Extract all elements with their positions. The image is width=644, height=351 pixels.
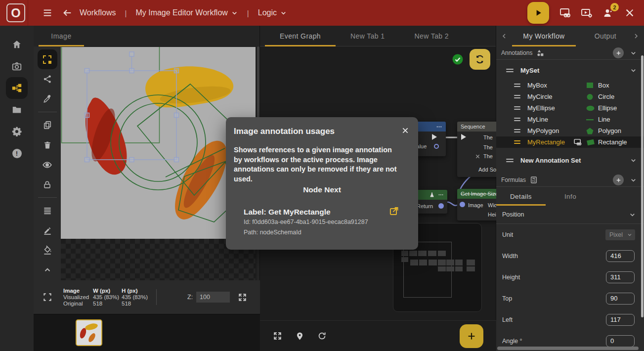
tabs-scroll-left[interactable] (496, 32, 512, 40)
collapse-set-icon[interactable] (630, 67, 637, 74)
tool-copy[interactable] (38, 115, 57, 135)
menu-button[interactable] (40, 5, 55, 20)
users-button[interactable]: 2 (602, 7, 614, 19)
process-runner-button[interactable] (581, 7, 593, 19)
dialog-close-button[interactable] (401, 127, 409, 134)
tool-annotate-pen[interactable] (38, 220, 57, 240)
node-get-image-size[interactable]: Get Image Size Image Wid Heig (457, 189, 496, 220)
right-panel-horizontal-scrollbar[interactable] (497, 347, 639, 350)
annotation-row-myline[interactable]: MyLine Line (496, 114, 644, 125)
sync-graph-button[interactable] (470, 49, 490, 70)
close-workspace-button[interactable] (624, 7, 635, 18)
image-thumbnail[interactable] (76, 319, 102, 346)
annotation-row-myellipse[interactable]: MyEllipse Ellipse (496, 102, 644, 114)
add-socket-button[interactable]: Add Soc (478, 167, 496, 173)
zoom-input[interactable] (196, 292, 230, 303)
drag-handle-icon[interactable] (514, 106, 520, 110)
collapse-position-icon[interactable] (627, 211, 638, 219)
node-sequence[interactable]: Sequence The The The Add Soc (457, 122, 496, 177)
drag-handle-icon[interactable] (514, 140, 520, 144)
collapse-formulas-icon[interactable] (628, 176, 639, 184)
unit-select[interactable]: Pixel (605, 229, 635, 240)
tree-set-row[interactable]: MySet (496, 64, 644, 77)
add-annotation-set-button[interactable] (613, 47, 624, 58)
sidebar-item-files[interactable] (6, 99, 28, 121)
tab-event-graph[interactable]: Event Graph (265, 26, 336, 46)
drag-handle-icon[interactable] (514, 129, 520, 132)
locate-node-button[interactable] (295, 331, 304, 341)
logo-letter: O (11, 6, 20, 20)
tool-select-region[interactable] (38, 49, 57, 69)
references-icon[interactable] (573, 138, 582, 146)
workflow-references-button[interactable] (559, 7, 571, 19)
tool-fill-bucket[interactable] (38, 240, 57, 260)
tabs-scroll-right[interactable] (628, 32, 644, 40)
field-top: Top (496, 288, 644, 309)
tab-info[interactable]: Info (546, 187, 595, 206)
collapse-annotations-icon[interactable] (628, 49, 639, 57)
angle-input[interactable] (606, 335, 635, 347)
top-input[interactable] (606, 293, 635, 305)
set-name: MySet (520, 67, 566, 74)
run-button[interactable] (527, 2, 549, 24)
add-node-button[interactable] (460, 324, 483, 348)
fullscreen-button[interactable] (238, 293, 247, 302)
tool-column-collapse[interactable] (38, 260, 57, 280)
tab-new-tab-1[interactable]: New Tab 1 (336, 26, 400, 46)
height-input[interactable] (606, 271, 635, 283)
play-icon (533, 8, 543, 18)
exec-input-pin[interactable] (461, 134, 466, 141)
tab-output[interactable]: Output (583, 26, 628, 46)
drag-handle-icon[interactable] (506, 159, 514, 162)
node-menu-icon[interactable] (436, 124, 442, 130)
sidebar-item-workflows[interactable] (6, 77, 28, 99)
tab-details[interactable]: Details (496, 187, 546, 206)
back-button[interactable] (60, 5, 75, 20)
app-logo[interactable]: O (6, 3, 25, 22)
tool-visibility[interactable] (38, 155, 57, 175)
trash-icon (43, 140, 52, 150)
annotation-row-mycircle[interactable]: MyCircle Circle (496, 91, 644, 102)
node-menu-icon[interactable] (438, 192, 444, 198)
exec-output-pin[interactable] (432, 134, 437, 141)
open-node-button[interactable] (389, 206, 399, 216)
drag-handle-icon[interactable] (514, 95, 520, 98)
left-input[interactable] (606, 314, 635, 326)
tool-eyedropper[interactable] (38, 89, 57, 109)
tool-delete[interactable] (38, 135, 57, 155)
breadcrumb-workflows[interactable]: Workflows (80, 8, 116, 17)
right-panel-vertical-scrollbar[interactable] (641, 55, 644, 317)
video-settings-icon (581, 7, 593, 19)
drag-handle-icon[interactable] (514, 118, 520, 121)
return-output-pin[interactable] (438, 203, 444, 210)
tool-lock[interactable] (38, 175, 57, 194)
position-section-header[interactable]: Position (496, 206, 644, 223)
workflow-name-dropdown[interactable]: My Image Editor Workflow (135, 8, 238, 17)
tree-new-set-row[interactable]: New Annotation Set (496, 154, 644, 167)
annotation-row-myrectangle[interactable]: MyRectangle Rectangle (496, 136, 644, 148)
fit-graph-button[interactable] (273, 331, 282, 341)
width-input[interactable] (606, 250, 635, 262)
tool-share-nodes[interactable] (38, 69, 57, 89)
drag-handle-icon[interactable] (514, 84, 520, 87)
tab-new-tab-2[interactable]: New Tab 2 (400, 26, 464, 46)
remove-socket-icon[interactable] (475, 154, 480, 159)
dialog-title: Image annotation usages (234, 127, 335, 136)
refresh-graph-button[interactable] (317, 331, 327, 341)
sidebar-item-settings[interactable] (6, 121, 28, 142)
annotation-row-mybox[interactable]: MyBox Box (496, 80, 644, 91)
tab-my-workflow[interactable]: My Workflow (512, 26, 576, 46)
value-output-pin[interactable] (434, 144, 439, 150)
image-input-pin[interactable] (460, 202, 465, 208)
drag-handle-icon[interactable] (506, 69, 514, 72)
tool-layers-list[interactable] (38, 201, 57, 220)
sidebar-item-home[interactable] (6, 34, 28, 55)
tab-image[interactable]: Image (39, 26, 84, 46)
sidebar-item-camera[interactable] (6, 55, 28, 77)
collapse-set-icon[interactable] (630, 157, 637, 164)
annotation-row-mypolygon[interactable]: MyPolygon Polygon (496, 125, 644, 136)
section-dropdown[interactable]: Logic (258, 8, 287, 17)
sidebar-item-alerts[interactable]: ! (6, 142, 28, 164)
add-formula-button[interactable] (613, 175, 624, 185)
fit-to-view-button[interactable] (43, 292, 52, 302)
